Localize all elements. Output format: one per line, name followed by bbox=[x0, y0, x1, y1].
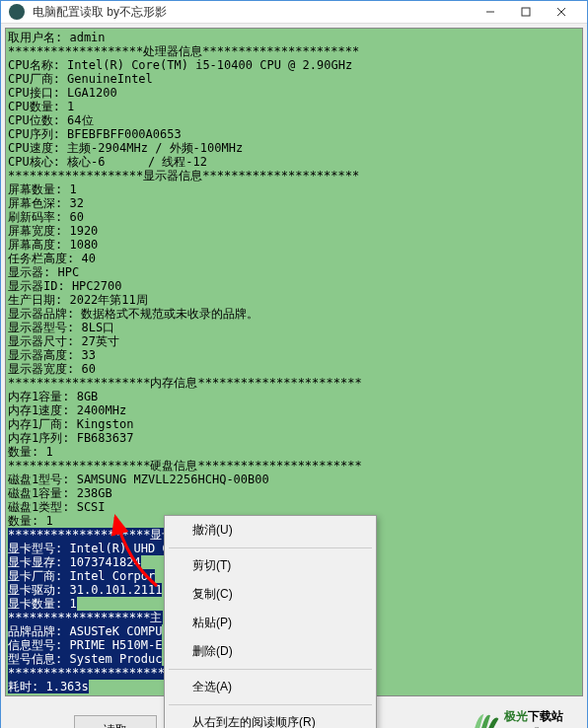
brand-text: 极光下载站 www.xz7.com bbox=[504, 708, 563, 728]
window-controls bbox=[473, 1, 579, 23]
info-line: CPU速度: 主频-2904MHz / 外频-100MHz bbox=[8, 141, 243, 155]
menu-paste[interactable]: 粘贴(P) bbox=[165, 609, 376, 637]
info-line: CPU核心: 核心-6 / 线程-12 bbox=[8, 155, 207, 169]
info-label: 显卡厂商: bbox=[8, 569, 62, 583]
info-label: 显卡驱动: bbox=[8, 583, 62, 597]
mb-section-header: ********************主 bbox=[8, 611, 163, 624]
menu-delete[interactable]: 删除(D) bbox=[165, 637, 376, 666]
info-line: 内存1速度: 2400MHz bbox=[8, 403, 126, 417]
brand-cn: 极光 bbox=[504, 709, 528, 723]
context-menu: 撤消(U) 剪切(T) 复制(C) 粘贴(P) 删除(D) 全选(A) 从右到左… bbox=[164, 515, 377, 728]
display-section-header: *******************显示器信息****************… bbox=[8, 169, 359, 182]
info-line: 内存1序列: FB683637 bbox=[8, 431, 133, 445]
disk-section-header: ********************硬盘信息****************… bbox=[8, 459, 362, 473]
menu-copy[interactable]: 复制(C) bbox=[165, 580, 376, 609]
info-label: 信息型号: bbox=[8, 638, 62, 652]
minimize-icon bbox=[485, 7, 495, 17]
info-line: 磁盘1型号: SAMSUNG MZVLL2256HCHQ-00B00 bbox=[8, 473, 269, 486]
menu-rtl-reading[interactable]: 从右到左的阅读顺序(R) bbox=[165, 708, 376, 728]
info-value: System Produc bbox=[62, 652, 162, 666]
close-button[interactable] bbox=[544, 1, 579, 23]
info-line: CPU名称: Intel(R) Core(TM) i5-10400 CPU @ … bbox=[8, 58, 352, 72]
info-line: 磁盘1类型: SCSI bbox=[8, 500, 106, 514]
info-label: 显卡显存: bbox=[8, 555, 62, 569]
info-label: 型号信息: bbox=[8, 652, 62, 666]
user-line: 取用户名: admin bbox=[8, 31, 106, 44]
info-line: 磁盘1容量: 238GB bbox=[8, 486, 112, 500]
menu-separator bbox=[169, 669, 372, 670]
menu-separator bbox=[169, 704, 372, 705]
info-value: 31.0.101.2111 bbox=[62, 583, 162, 597]
read-button[interactable]: 读取 bbox=[74, 715, 157, 728]
info-line: 显示器ID: HPC2700 bbox=[8, 279, 121, 293]
titlebar: 电脑配置读取 by不忘形影 bbox=[1, 1, 587, 24]
info-label: 品牌品牌: bbox=[8, 624, 62, 638]
menu-separator bbox=[169, 547, 372, 548]
info-line: 刷新码率: 60 bbox=[8, 210, 84, 224]
info-line: 显示器品牌: 数据格式不规范或未收录的品牌。 bbox=[8, 307, 258, 321]
svg-rect-1 bbox=[522, 8, 530, 16]
menu-select-all[interactable]: 全选(A) bbox=[165, 673, 376, 701]
menu-cut[interactable]: 剪切(T) bbox=[165, 551, 376, 580]
info-line: 生产日期: 2022年第11周 bbox=[8, 293, 148, 307]
info-line: 显示器尺寸: 27英寸 bbox=[8, 334, 119, 348]
maximize-button[interactable] bbox=[508, 1, 544, 23]
info-line: 显示器: HPC bbox=[8, 265, 79, 279]
close-icon bbox=[556, 7, 566, 17]
info-value: 1073741824 bbox=[62, 555, 140, 569]
elapsed-time: 耗时: 1.363s bbox=[8, 680, 89, 693]
info-line: CPU数量: 1 bbox=[8, 100, 74, 113]
aurora-icon bbox=[469, 707, 502, 729]
info-value: Intel Corpor bbox=[62, 569, 155, 583]
info-line: 显示器型号: 8LS口 bbox=[8, 321, 114, 334]
info-line: 任务栏高度: 40 bbox=[8, 252, 96, 265]
info-value: 1 bbox=[62, 597, 76, 611]
info-line: 内存1容量: 8GB bbox=[8, 390, 98, 403]
info-line: 屏幕高度: 1080 bbox=[8, 238, 98, 252]
site-logo: 极光下载站 www.xz7.com bbox=[469, 707, 563, 729]
info-line: CPU厂商: GenuineIntel bbox=[8, 72, 153, 86]
maximize-icon bbox=[521, 7, 531, 17]
brand-suffix: 下载站 bbox=[528, 709, 563, 723]
info-line: CPU位数: 64位 bbox=[8, 113, 94, 127]
info-line: 数量: 1 bbox=[8, 514, 53, 528]
info-line: CPU序列: BFEBFBFF000A0653 bbox=[8, 127, 182, 141]
info-line: 屏幕数量: 1 bbox=[8, 182, 77, 196]
version-area: 极光下载站 www.xz7.com 版本: v2.0 bbox=[469, 707, 563, 729]
app-icon bbox=[9, 4, 25, 20]
window-title: 电脑配置读取 by不忘形影 bbox=[33, 4, 473, 21]
info-value: ASUSTeK COMPU bbox=[62, 624, 162, 638]
info-value: PRIME H510M-E bbox=[62, 638, 162, 652]
ram-section-header: ********************内存信息****************… bbox=[8, 376, 362, 390]
info-line: CPU接口: LGA1200 bbox=[8, 86, 117, 100]
menu-undo[interactable]: 撤消(U) bbox=[165, 516, 376, 545]
cpu-section-header: *******************处理器信息****************… bbox=[8, 44, 359, 58]
info-line: 数量: 1 bbox=[8, 445, 53, 459]
info-label: 显卡型号: bbox=[8, 542, 62, 555]
info-line: 屏幕色深: 32 bbox=[8, 196, 84, 210]
info-line: 显示器高度: 33 bbox=[8, 348, 96, 362]
info-line: 屏幕宽度: 1920 bbox=[8, 224, 98, 238]
info-line: 显示器宽度: 60 bbox=[8, 362, 96, 376]
info-label: 显卡数量: bbox=[8, 597, 62, 611]
info-line: 内存1厂商: Kingston bbox=[8, 417, 133, 431]
minimize-button[interactable] bbox=[473, 1, 508, 23]
